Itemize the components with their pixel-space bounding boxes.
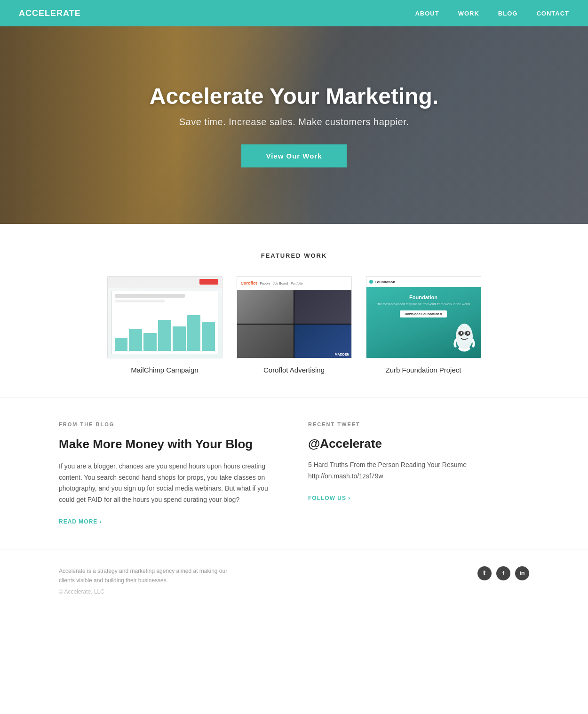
navbar: ACCELERATE ABOUT WORK BLOG CONTACT: [0, 0, 588, 26]
blog-post-excerpt: If you are a blogger, chances are you sp…: [59, 461, 280, 506]
footer: Accelerate is a strategy and marketing a…: [0, 549, 588, 612]
work-item-coroflot[interactable]: Coroflot People Job Board Portfolio Coro…: [237, 276, 352, 374]
zurb-mascot-icon: [453, 320, 476, 353]
read-more-link[interactable]: READ MORE ›: [59, 518, 102, 525]
tweet-column: RECENT TWEET @Accelerate 5 Hard Truths F…: [308, 421, 529, 525]
linkedin-symbol: in: [519, 570, 525, 577]
blog-post-title: Make More Money with Your Blog: [59, 436, 280, 452]
linkedin-icon[interactable]: in: [515, 566, 529, 580]
hero-title: Accelerate Your Marketing.: [150, 83, 438, 109]
facebook-icon[interactable]: f: [496, 566, 510, 580]
work-caption-mailchimp: MailChimp Campaign: [107, 366, 222, 374]
tweet-handle: @Accelerate: [308, 436, 529, 451]
svg-point-3: [461, 332, 462, 334]
nav-link-about[interactable]: ABOUT: [415, 10, 439, 17]
facebook-symbol: f: [502, 570, 504, 577]
work-thumb-coroflot: Coroflot People Job Board Portfolio: [237, 276, 352, 358]
coroflot-logo: Coroflot: [241, 281, 257, 286]
footer-description: Accelerate is a strategy and marketing a…: [59, 566, 238, 586]
nav-link-blog[interactable]: BLOG: [498, 10, 518, 17]
work-item-zurb[interactable]: Foundation Foundation The most advanced …: [366, 276, 481, 374]
follow-us-link[interactable]: FOLLOW US ›: [308, 495, 350, 501]
nav-link-work[interactable]: WORK: [458, 10, 479, 17]
tweet-section-label: RECENT TWEET: [308, 421, 529, 427]
featured-work-section: FEATURED WORK: [0, 224, 588, 397]
work-grid: MailChimp Campaign Coroflot People Job B…: [19, 276, 569, 374]
hero-section: Accelerate Your Marketing. Save time. In…: [0, 26, 588, 224]
footer-copyright: © Accelerate, LLC: [59, 588, 238, 595]
hero-cta-button[interactable]: View Our Work: [241, 144, 346, 167]
work-thumb-mailchimp: [107, 276, 222, 358]
svg-point-0: [456, 324, 473, 350]
hero-content: Accelerate Your Marketing. Save time. In…: [150, 83, 438, 167]
twitter-icon[interactable]: 𝕥: [477, 566, 492, 580]
nav-links: ABOUT WORK BLOG CONTACT: [415, 9, 569, 17]
featured-work-label: FEATURED WORK: [19, 252, 569, 259]
bottom-section: FROM THE BLOG Make More Money with Your …: [0, 397, 588, 549]
work-caption-coroflot: Coroflot Advertising: [237, 366, 352, 374]
twitter-symbol: 𝕥: [483, 570, 486, 577]
hero-subtitle: Save time. Increase sales. Make customer…: [150, 117, 438, 127]
blog-column: FROM THE BLOG Make More Money with Your …: [59, 421, 280, 525]
site-logo[interactable]: ACCELERATE: [19, 8, 81, 18]
social-icons: 𝕥 f in: [477, 566, 529, 580]
work-thumb-zurb: Foundation Foundation The most advanced …: [366, 276, 481, 358]
blog-section-label: FROM THE BLOG: [59, 421, 280, 427]
footer-info: Accelerate is a strategy and marketing a…: [59, 566, 238, 595]
tweet-text: 5 Hard Truths From the Person Reading Yo…: [308, 460, 529, 482]
svg-point-4: [467, 332, 469, 334]
work-caption-zurb: Zurb Foundation Project: [366, 366, 481, 374]
nav-link-contact[interactable]: CONTACT: [536, 10, 569, 17]
work-item-mailchimp[interactable]: MailChimp Campaign: [107, 276, 222, 374]
